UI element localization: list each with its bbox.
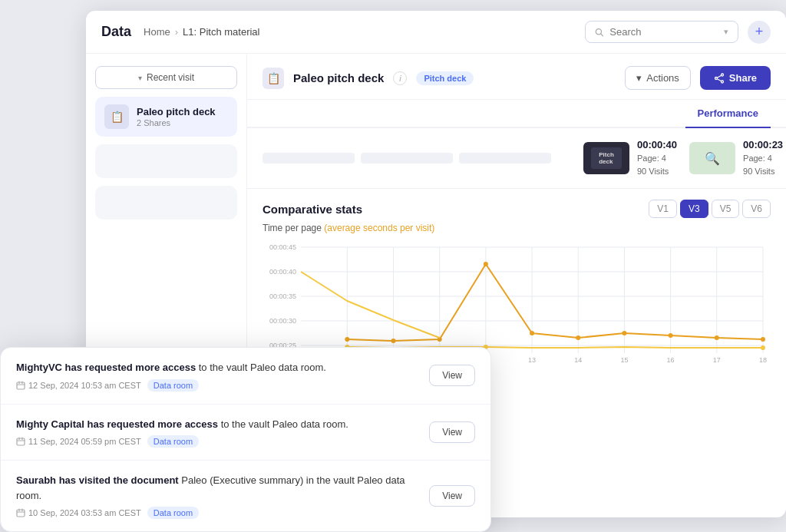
svg-point-49 xyxy=(761,345,765,350)
svg-text:14: 14 xyxy=(574,356,582,364)
notif-text-3: Saurabh has visited the document Paleo (… xyxy=(16,473,420,503)
notif-badge-2: Data room xyxy=(147,435,199,448)
sidebar-item-paleo[interactable]: 📋 Paleo pitch deck 2 Shares xyxy=(95,97,237,137)
page-meta-2: 00:00:23 Page: 4 90 Visits xyxy=(743,139,783,177)
sidebar-item-name: Paleo pitch deck xyxy=(137,106,216,117)
page-time-1: 00:00:40 xyxy=(637,139,677,150)
page-item-1: Pitchdeck 00:00:40 Page: 4 90 Visits xyxy=(583,139,677,177)
svg-point-45 xyxy=(715,335,719,340)
notif-date-3: 10 Sep, 2024 03:53 am CEST xyxy=(16,508,141,517)
breadcrumb: Home › L1: Pitch material xyxy=(144,26,259,38)
svg-text:00:00:40: 00:00:40 xyxy=(269,268,296,276)
notif-date-2: 11 Sep, 2024 05:59 pm CEST xyxy=(16,437,141,446)
view-button-3[interactable]: View xyxy=(429,485,475,507)
app-logo: Data xyxy=(101,24,131,40)
svg-text:18: 18 xyxy=(759,356,767,364)
page-item-2: 🔍 00:00:23 Page: 4 90 Visits xyxy=(689,139,783,177)
page-thumb-2: 🔍 xyxy=(689,142,735,174)
pitch-deck-badge: Pitch deck xyxy=(416,71,474,85)
stats-title: Comparative stats xyxy=(263,203,362,216)
version-tab-v3[interactable]: V3 xyxy=(680,200,708,218)
notification-panel: MightyVC has requested more access to th… xyxy=(0,347,491,532)
notif-actor-2: Mighty Capital xyxy=(16,418,84,430)
share-label: Share xyxy=(729,72,757,84)
doc-title: Paleo pitch deck xyxy=(293,71,384,84)
notif-text-2: Mighty Capital has requested more access… xyxy=(16,417,420,432)
notif-content-1: MightyVC has requested more access to th… xyxy=(16,360,420,392)
sidebar-item-sub: 2 Shares xyxy=(137,118,216,127)
svg-text:00:00:35: 00:00:35 xyxy=(269,292,296,300)
stats-header: Comparative stats V1 V3 V5 V6 xyxy=(263,200,771,218)
notif-meta-3: 10 Sep, 2024 03:53 am CEST Data room xyxy=(16,507,420,519)
view-button-2[interactable]: View xyxy=(429,421,475,443)
version-tab-v1[interactable]: V1 xyxy=(649,200,677,218)
svg-rect-54 xyxy=(17,438,25,445)
version-tab-v5[interactable]: V5 xyxy=(712,200,740,218)
svg-rect-58 xyxy=(17,510,25,517)
search-bar[interactable]: ▾ xyxy=(585,21,738,43)
svg-point-41 xyxy=(530,331,534,335)
notif-badge-1: Data room xyxy=(147,379,199,392)
recent-visit-label: Recent visit xyxy=(147,72,194,83)
notif-meta-2: 11 Sep, 2024 05:59 pm CEST Data room xyxy=(16,435,420,448)
page-info-2: Page: 4 90 Visits xyxy=(743,152,783,177)
page-meta-1: 00:00:40 Page: 4 90 Visits xyxy=(637,139,677,177)
notif-action-3: has visited the document xyxy=(59,474,179,486)
search-input[interactable] xyxy=(609,26,718,38)
notif-content-2: Mighty Capital has requested more access… xyxy=(16,417,420,448)
notif-item-2: Mighty Capital has requested more access… xyxy=(1,405,490,461)
svg-text:16: 16 xyxy=(667,356,675,364)
add-button[interactable]: + xyxy=(748,21,771,44)
tab-performance[interactable]: Performance xyxy=(685,100,771,128)
version-tab-v6[interactable]: V6 xyxy=(742,200,771,218)
notif-meta-1: 12 Sep, 2024 10:53 am CEST Data room xyxy=(16,379,420,392)
notif-text-1: MightyVC has requested more access to th… xyxy=(16,360,420,375)
version-tabs: V1 V3 V5 V6 xyxy=(649,200,771,218)
actions-button[interactable]: ▾ Actions xyxy=(625,66,691,90)
svg-line-5 xyxy=(717,75,722,78)
svg-rect-50 xyxy=(17,382,25,389)
notif-actor-3: Saurabh xyxy=(16,474,56,486)
sidebar-item-icon: 📋 xyxy=(104,104,129,129)
calendar-icon-3 xyxy=(16,508,25,517)
svg-point-43 xyxy=(622,331,626,335)
svg-text:13: 13 xyxy=(528,356,536,364)
actions-label: Actions xyxy=(646,72,679,84)
share-button[interactable]: Share xyxy=(700,66,771,90)
page-info-1: Page: 4 90 Visits xyxy=(637,152,677,177)
breadcrumb-current: L1: Pitch material xyxy=(183,26,259,38)
svg-text:17: 17 xyxy=(713,356,721,364)
doc-header: 📋 Paleo pitch deck i Pitch deck ▾ Action… xyxy=(247,54,786,100)
share-icon xyxy=(714,73,725,84)
svg-text:15: 15 xyxy=(620,356,628,364)
svg-point-46 xyxy=(761,337,765,342)
svg-point-4 xyxy=(715,77,717,79)
breadcrumb-separator: › xyxy=(175,26,178,38)
header: Data Home › L1: Pitch material ▾ + xyxy=(86,11,786,54)
svg-text:00:00:30: 00:00:30 xyxy=(269,317,296,325)
doc-icon: 📋 xyxy=(263,68,284,89)
sidebar-placeholder-2 xyxy=(95,186,237,220)
svg-line-1 xyxy=(601,34,603,36)
doc-info-button[interactable]: i xyxy=(393,71,407,85)
notif-item-3: Saurabh has visited the document Paleo (… xyxy=(1,461,490,531)
calendar-icon-1 xyxy=(16,381,25,390)
svg-point-40 xyxy=(484,262,488,266)
svg-point-42 xyxy=(576,335,580,340)
tabs: Performance xyxy=(247,100,786,128)
recent-visit-button[interactable]: ▾ Recent visit xyxy=(95,66,237,89)
breadcrumb-home[interactable]: Home xyxy=(144,26,170,38)
svg-point-44 xyxy=(669,333,673,338)
view-button-1[interactable]: View xyxy=(429,365,475,386)
notif-rest-1: to the vault Paleo data room. xyxy=(199,362,326,373)
svg-point-38 xyxy=(391,339,396,343)
svg-text:00:00:45: 00:00:45 xyxy=(269,243,296,251)
recent-visit-arrow: ▾ xyxy=(138,74,142,82)
search-icon xyxy=(595,27,603,38)
search-dropdown-arrow[interactable]: ▾ xyxy=(724,27,728,37)
notif-date-1: 12 Sep, 2024 10:53 am CEST xyxy=(16,381,141,390)
page-time-2: 00:00:23 xyxy=(743,139,783,150)
actions-arrow: ▾ xyxy=(636,72,642,84)
calendar-icon-2 xyxy=(16,437,25,446)
notif-actor-1: MightyVC xyxy=(16,362,62,373)
